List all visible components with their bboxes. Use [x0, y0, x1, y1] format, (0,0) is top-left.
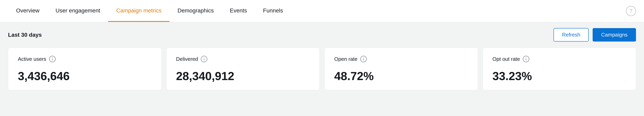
metric-value-delivered: 28,340,912 — [176, 70, 310, 82]
refresh-button[interactable]: Refresh — [554, 28, 589, 42]
toolbar: Last 30 days Refresh Campaigns — [0, 22, 644, 48]
help-icon[interactable]: ? — [626, 6, 636, 16]
metric-title-open-rate: Open rate — [334, 56, 358, 62]
metric-card-active-users: Active users i 3,436,646 — [8, 48, 162, 90]
metric-header: Delivered i — [176, 56, 310, 62]
metric-card-opt-out-rate: Opt out rate i 33.23% — [483, 48, 636, 90]
top-navigation: Overview User engagement Campaign metric… — [0, 0, 644, 22]
toolbar-actions: Refresh Campaigns — [554, 28, 636, 42]
info-icon-opt-out-rate[interactable]: i — [523, 56, 529, 62]
metric-value-open-rate: 48.72% — [334, 70, 468, 82]
metric-header: Opt out rate i — [492, 56, 626, 62]
metric-title-delivered: Delivered — [176, 56, 198, 62]
tab-demographics[interactable]: Demographics — [170, 0, 222, 22]
info-icon-active-users[interactable]: i — [49, 56, 56, 62]
tab-overview[interactable]: Overview — [8, 0, 48, 22]
metric-title-active-users: Active users — [18, 56, 46, 62]
info-icon-open-rate[interactable]: i — [360, 56, 367, 62]
campaigns-button[interactable]: Campaigns — [593, 28, 636, 42]
date-range-label: Last 30 days — [8, 32, 42, 38]
info-icon-delivered[interactable]: i — [201, 56, 207, 62]
metric-header: Open rate i — [334, 56, 468, 62]
tab-events[interactable]: Events — [222, 0, 255, 22]
metric-card-delivered: Delivered i 28,340,912 — [166, 48, 320, 90]
metric-value-active-users: 3,436,646 — [18, 70, 152, 82]
nav-tabs: Overview User engagement Campaign metric… — [8, 0, 291, 22]
tab-funnels[interactable]: Funnels — [255, 0, 291, 22]
metric-value-opt-out-rate: 33.23% — [492, 70, 626, 82]
metric-title-opt-out-rate: Opt out rate — [492, 56, 520, 62]
tab-user-engagement[interactable]: User engagement — [48, 0, 108, 22]
metrics-grid: Active users i 3,436,646 Delivered i 28,… — [0, 48, 644, 98]
metric-card-open-rate: Open rate i 48.72% — [324, 48, 478, 90]
tab-campaign-metrics[interactable]: Campaign metrics — [108, 0, 170, 22]
metric-header: Active users i — [18, 56, 152, 62]
